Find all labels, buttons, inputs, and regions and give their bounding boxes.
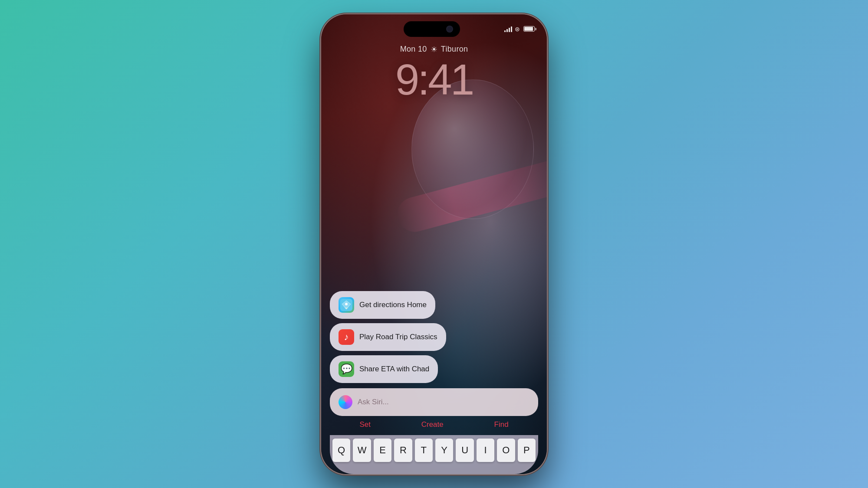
wifi-icon: ⊛ — [515, 26, 520, 33]
quick-action-create[interactable]: Create — [421, 420, 444, 429]
messages-icon: 💬 — [339, 361, 354, 377]
quick-action-set[interactable]: Set — [359, 420, 371, 429]
suggestion-music[interactable]: ♪ Play Road Trip Classics — [330, 323, 446, 351]
key-p[interactable]: P — [518, 439, 536, 462]
suggestion-messages[interactable]: 💬 Share ETA with Chad — [330, 355, 438, 383]
status-icons: ⊛ — [504, 26, 535, 33]
lock-screen-info: Mon 10 ☀ Tiburon 9:41 — [321, 45, 547, 101]
key-o[interactable]: O — [497, 439, 515, 462]
siri-placeholder: Ask Siri... — [358, 398, 529, 406]
quick-actions: Set Create Find — [330, 420, 538, 429]
date-text: Mon 10 — [400, 45, 427, 54]
keyboard: Q W E R T Y U I O P — [330, 435, 538, 474]
key-r[interactable]: R — [394, 439, 412, 462]
weather-icon: ☀ — [431, 45, 437, 54]
phone-frame: ⊛ Mon 10 ☀ Tiburon 9:41 — [321, 14, 547, 474]
key-t[interactable]: T — [415, 439, 433, 462]
status-bar: ⊛ — [321, 14, 547, 38]
ask-siri-bar[interactable]: Ask Siri... — [330, 388, 538, 416]
directions-label: Get directions Home — [359, 301, 427, 309]
siri-area: Get directions Home ♪ Play Road Trip Cla… — [321, 291, 547, 474]
music-icon: ♪ — [339, 329, 354, 345]
key-u[interactable]: U — [456, 439, 473, 462]
svg-point-2 — [345, 303, 348, 305]
time-display: 9:41 — [321, 58, 547, 101]
quick-action-find[interactable]: Find — [494, 420, 509, 429]
date-weather-bar: Mon 10 ☀ Tiburon — [321, 45, 547, 54]
signal-icon — [504, 26, 512, 32]
phone-device: ⊛ Mon 10 ☀ Tiburon 9:41 — [321, 14, 547, 474]
key-q[interactable]: Q — [332, 439, 350, 462]
key-i[interactable]: I — [477, 439, 494, 462]
power-button[interactable] — [547, 118, 549, 162]
music-label: Play Road Trip Classics — [359, 333, 437, 341]
battery-icon — [523, 26, 535, 32]
keyboard-row-1: Q W E R T Y U I O P — [332, 439, 536, 462]
key-w[interactable]: W — [353, 439, 371, 462]
key-e[interactable]: E — [374, 439, 391, 462]
key-y[interactable]: Y — [435, 439, 453, 462]
dynamic-island — [404, 21, 460, 37]
siri-suggestions: Get directions Home ♪ Play Road Trip Cla… — [330, 291, 538, 383]
siri-orb-icon — [339, 395, 352, 409]
weather-location: Tiburon — [441, 45, 468, 54]
maps-svg — [340, 299, 352, 311]
maps-icon — [339, 297, 354, 313]
messages-label: Share ETA with Chad — [359, 365, 429, 373]
suggestion-directions[interactable]: Get directions Home — [330, 291, 435, 319]
